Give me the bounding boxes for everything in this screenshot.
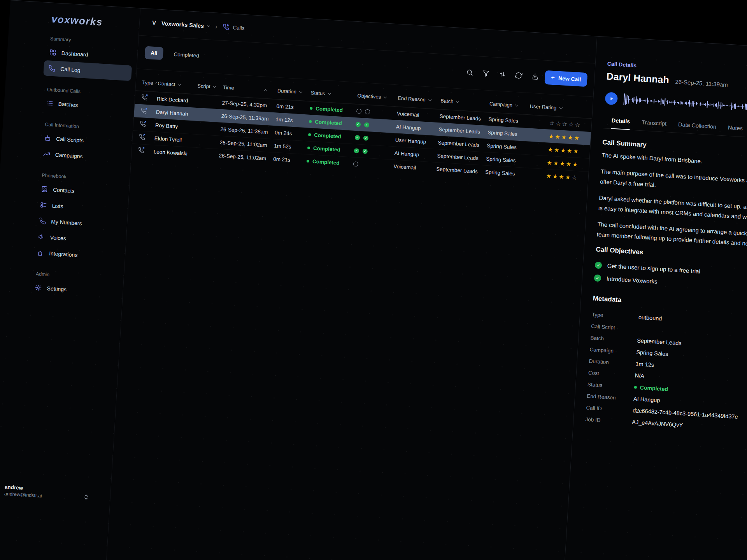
- column-header-user-rating[interactable]: User Rating: [526, 103, 593, 113]
- column-header-label: Batch: [440, 98, 454, 104]
- sidebar-item-label: Call Log: [60, 66, 81, 73]
- metadata-label: Batch: [590, 335, 637, 343]
- tab-all[interactable]: All: [144, 46, 163, 60]
- column-header-script[interactable]: Script: [194, 82, 220, 90]
- objective-label: Introduce Voxworks: [606, 275, 658, 285]
- cell-contact: Leon Kowalski: [150, 149, 190, 157]
- chevron-down-icon: [428, 98, 431, 101]
- tab-completed[interactable]: Completed: [168, 47, 205, 63]
- column-header-label: Status: [310, 90, 325, 96]
- audio-waveform[interactable]: [623, 92, 747, 116]
- column-header-type[interactable]: Type: [136, 79, 155, 86]
- cell-user-rating: ★★★★☆: [522, 171, 588, 182]
- metadata-label: Duration: [589, 358, 636, 367]
- column-header-contact[interactable]: Contact: [154, 80, 195, 88]
- details-tab-transcript[interactable]: Transcript: [641, 119, 667, 132]
- cell-duration: 1m 52s: [271, 143, 305, 150]
- cell-script: [193, 101, 219, 103]
- cell-campaign: Spring Sales: [482, 169, 523, 177]
- star-icon: ★: [552, 173, 559, 180]
- cell-batch: September Leads: [435, 126, 485, 135]
- cell-user-rating: ☆☆☆☆☆: [526, 118, 592, 129]
- play-button[interactable]: [605, 92, 618, 105]
- toolbar-icons: [466, 68, 539, 80]
- cell-script: [193, 114, 218, 116]
- sidebar-item-label: Contacts: [53, 187, 75, 194]
- status-dot-icon: [307, 160, 309, 163]
- metadata-label: Job ID: [585, 416, 632, 425]
- search-icon[interactable]: [466, 68, 473, 76]
- star-icon: ☆: [549, 119, 556, 127]
- status-dot-icon: [310, 107, 312, 110]
- column-header-campaign[interactable]: Campaign: [486, 101, 527, 109]
- cell-status: Completed: [306, 118, 353, 127]
- star-icon: ☆: [562, 120, 569, 128]
- call-contact-name: Daryl Hannah: [606, 70, 670, 86]
- sidebar-item-label: Voices: [50, 234, 66, 242]
- details-tab-data-collection[interactable]: Data Collection: [678, 121, 717, 135]
- sort-icon[interactable]: [498, 70, 506, 78]
- outbound-call-icon: [139, 134, 146, 140]
- breadcrumb-page[interactable]: Calls: [223, 24, 245, 32]
- star-icon: ★: [548, 133, 555, 140]
- objective-check-icon: ✓: [594, 274, 601, 282]
- cell-end-reason: Voicemail: [393, 110, 437, 119]
- column-header-time[interactable]: Time: [220, 84, 275, 93]
- sidebar-item-label: My Numbers: [51, 218, 82, 226]
- star-icon: ★: [566, 147, 573, 154]
- refresh-icon[interactable]: [515, 72, 523, 79]
- view-tabs: AllCompleted: [144, 46, 205, 62]
- cell-type: [135, 94, 154, 102]
- cell-user-rating: ★★★★★: [523, 158, 589, 168]
- campaigns-icon: [43, 150, 50, 158]
- star-icon: ★: [568, 134, 575, 141]
- download-icon[interactable]: [531, 73, 539, 80]
- cell-objectives: [350, 161, 391, 168]
- star-icon: ★: [572, 161, 579, 168]
- chevron-down-icon: [384, 95, 387, 98]
- cell-contact: Roy Batty: [152, 122, 192, 130]
- status-label: Completed: [640, 384, 668, 392]
- batches-icon: [46, 100, 53, 107]
- sidebar-item-settings[interactable]: Settings: [30, 280, 119, 301]
- column-header-label: Duration: [277, 88, 297, 95]
- call-scripts-icon: [44, 135, 51, 142]
- column-header-end-reason[interactable]: End Reason: [395, 95, 438, 103]
- column-header-objectives[interactable]: Objectives: [354, 93, 395, 101]
- star-icon: ★: [573, 147, 580, 155]
- star-icon: ★: [553, 159, 560, 167]
- filter-icon[interactable]: [482, 70, 490, 77]
- status-label: Completed: [312, 158, 340, 166]
- chevron-down-icon: [559, 106, 562, 109]
- voices-icon: [38, 233, 45, 241]
- metadata-label: Call Script: [591, 323, 638, 332]
- cell-batch: September Leads: [436, 113, 486, 122]
- dashboard-icon: [49, 49, 56, 56]
- objective-unmet-icon: [365, 109, 370, 114]
- chevron-down-icon: [328, 92, 331, 95]
- column-header-status[interactable]: Status: [307, 89, 354, 98]
- cell-status: Completed: [305, 131, 352, 140]
- new-call-button[interactable]: + New Call: [544, 70, 587, 87]
- breadcrumb-workspace[interactable]: Voxworks Sales: [161, 20, 210, 29]
- sidebar-item-batches[interactable]: Batches: [41, 95, 130, 116]
- details-tab-details[interactable]: Details: [611, 117, 630, 130]
- sidebar-item-label: Integrations: [49, 250, 78, 258]
- star-icon: ★: [546, 172, 553, 180]
- integrations-icon: [37, 249, 44, 256]
- objective-unmet-icon: [353, 161, 358, 167]
- details-tab-notes[interactable]: Notes: [728, 124, 743, 136]
- sidebar-item-label: Lists: [52, 203, 63, 210]
- user-account[interactable]: andrew andrew@indstr.ai: [4, 484, 98, 502]
- cell-contact: Rick Deckard: [154, 96, 194, 104]
- metadata-label: End Reason: [587, 393, 634, 401]
- star-icon: ★: [554, 146, 561, 154]
- cell-type: [134, 107, 153, 116]
- chevron-down-icon: [456, 100, 459, 103]
- cell-end-reason: Voicemail: [390, 163, 433, 172]
- cell-type: [132, 133, 151, 142]
- column-header-duration[interactable]: Duration: [274, 88, 308, 95]
- cell-batch: September Leads: [433, 166, 482, 175]
- account-switcher-icon[interactable]: [84, 494, 88, 500]
- column-header-batch[interactable]: Batch: [437, 98, 487, 107]
